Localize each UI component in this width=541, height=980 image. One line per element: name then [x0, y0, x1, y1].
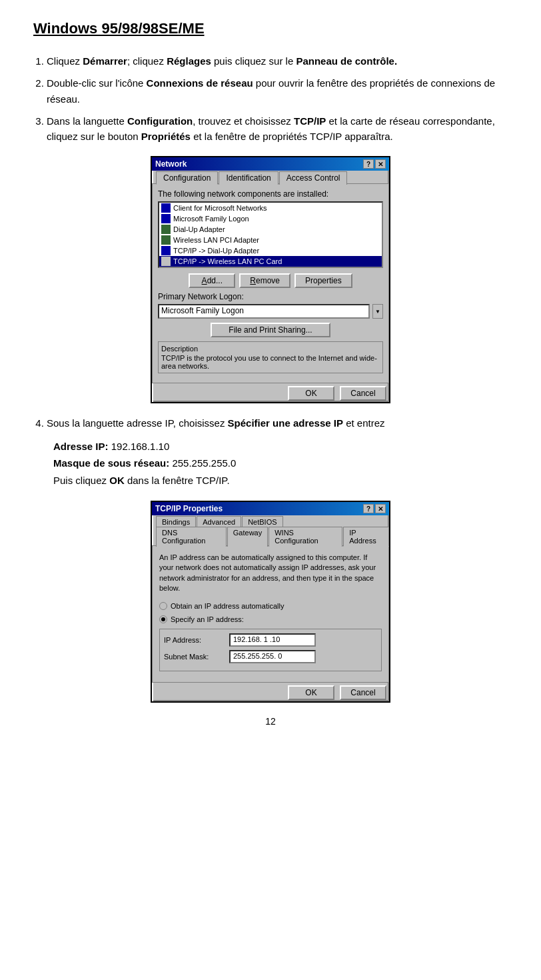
- laptop-icon: [161, 235, 171, 245]
- radio-obtain-auto[interactable]: Obtain an IP address automatically: [159, 602, 382, 610]
- step3-bold3: Propriétés: [141, 131, 191, 142]
- ok-instruction: Puis cliquez OK dans la fenêtre TCP/IP.: [53, 472, 508, 489]
- list-item-label: Client for Microsoft Networks: [173, 204, 267, 212]
- radio-specify-label: Specify an IP address:: [171, 615, 244, 623]
- ok-bold: OK: [109, 475, 125, 486]
- step2-bold1: Connexions de réseau: [147, 77, 253, 89]
- primary-logon-label: Primary Network Logon:: [158, 292, 383, 301]
- properties-button[interactable]: Properties: [294, 273, 352, 288]
- tab-identification[interactable]: Identification: [219, 171, 278, 185]
- tcpip-titlebar-buttons: ? ✕: [363, 504, 386, 513]
- list-item: Client for Microsoft Networks: [159, 203, 382, 213]
- ip-address-value-text: 192.168.1.10: [111, 441, 170, 452]
- step4-text-before: Sous la languette adresse IP, choisissez: [47, 417, 228, 429]
- tcpip-tabs-row2: DNS Configuration Gateway WINS Configura…: [152, 526, 389, 546]
- ip-address-input[interactable]: 192.168. 1 .10: [229, 633, 316, 647]
- step-4: Sous la languette adresse IP, choisissez…: [47, 415, 508, 431]
- list-item: Wireless LAN PCI Adapter: [159, 235, 382, 245]
- description-title: Description: [161, 345, 380, 353]
- network-cancel-button[interactable]: Cancel: [340, 386, 386, 401]
- tcpip-dialog: TCP/IP Properties ? ✕ Bindings Advanced …: [151, 501, 390, 703]
- tcpip-tabs-row1: Bindings Advanced NetBIOS: [152, 515, 389, 527]
- ok-text-after: dans la fenêtre TCP/IP.: [125, 475, 230, 486]
- tab-configuration[interactable]: Configuration: [156, 171, 218, 185]
- tab-access-control[interactable]: Access Control: [279, 171, 348, 185]
- tcpip-ok-button[interactable]: OK: [288, 685, 334, 700]
- description-box: Description TCP/IP is the protocol you u…: [158, 341, 383, 373]
- network-btn-row: Add... Remove Properties: [158, 273, 383, 288]
- list-item-label: Microsoft Family Logon: [173, 215, 249, 223]
- subnet-row: Subnet Mask: 255.255.255. 0: [164, 650, 377, 663]
- network-icon: [161, 214, 171, 223]
- network-components-label: The following network components are ins…: [158, 189, 383, 199]
- page-number: 12: [33, 716, 508, 727]
- tcpip-dialog-screenshot: TCP/IP Properties ? ✕ Bindings Advanced …: [33, 501, 508, 703]
- subnet-field-label: Subnet Mask:: [164, 653, 224, 661]
- radio-specify-icon: [159, 615, 167, 623]
- radio-specify[interactable]: Specify an IP address:: [159, 615, 382, 623]
- step-1: Cliquez Démarrer; cliquez Réglages puis …: [47, 53, 508, 69]
- network-dialog: Network ? ✕ Configuration Identification…: [151, 156, 390, 403]
- subnet-input[interactable]: 255.255.255. 0: [229, 650, 316, 663]
- ok-text-before: Puis cliquez: [53, 475, 109, 486]
- primary-logon-select-row: Microsoft Family Logon ▼: [158, 304, 383, 319]
- tab-gateway[interactable]: Gateway: [227, 527, 268, 547]
- add-button[interactable]: Add...: [189, 273, 235, 288]
- tcpip-tab-content: An IP address can be automatically assig…: [152, 545, 389, 683]
- step1-bold2: Réglages: [167, 55, 211, 67]
- remove-button[interactable]: Remove: [239, 273, 290, 288]
- tab-advanced[interactable]: Advanced: [197, 516, 241, 527]
- select-arrow-icon[interactable]: ▼: [372, 304, 383, 319]
- tcpip-ip-section: IP Address: 192.168. 1 .10 Subnet Mask: …: [159, 629, 382, 671]
- tab-wins-config[interactable]: WINS Configuration: [269, 527, 342, 547]
- ip-address-label: Adresse IP:: [53, 441, 109, 452]
- laptop-icon: [161, 225, 171, 234]
- primary-logon-select[interactable]: Microsoft Family Logon: [158, 304, 370, 319]
- page-title: Windows 95/98/98SE/ME: [33, 20, 508, 37]
- network-ok-cancel: OK Cancel: [152, 383, 389, 402]
- subnet-mask-line: Masque de sous réseau: 255.255.255.0: [53, 455, 508, 472]
- tcpip-info-text: An IP address can be automatically assig…: [159, 553, 382, 594]
- step3-bold1: Configuration: [127, 115, 193, 127]
- network-tabs: Configuration Identification Access Cont…: [152, 171, 389, 184]
- tab-ip-address[interactable]: IP Address: [343, 527, 389, 547]
- step-2: Double-clic sur l'icône Connexions de ré…: [47, 75, 508, 107]
- sharing-btn-row: File and Print Sharing...: [158, 323, 383, 337]
- tcpip-close-btn[interactable]: ✕: [375, 504, 386, 513]
- network-ok-button[interactable]: OK: [288, 386, 334, 401]
- step3-bold2: TCP/IP: [294, 115, 326, 127]
- tcpip-help-btn[interactable]: ?: [363, 504, 374, 513]
- ip-info-block: Adresse IP: 192.168.1.10 Masque de sous …: [53, 438, 508, 489]
- ip-address-line: Adresse IP: 192.168.1.10: [53, 438, 508, 455]
- tcpip-ok-cancel: OK Cancel: [152, 683, 389, 701]
- radio-obtain-label: Obtain an IP address automatically: [171, 602, 284, 610]
- radio-obtain-icon: [159, 602, 167, 610]
- list-item: Microsoft Family Logon: [159, 213, 382, 224]
- step4-bold1: Spécifier une adresse IP: [228, 417, 343, 429]
- network-dialog-screenshot: Network ? ✕ Configuration Identification…: [33, 156, 508, 403]
- ip-address-field-label: IP Address:: [164, 636, 224, 644]
- network-icon: [161, 203, 171, 213]
- list-item-label: TCP/IP -> Wireless LAN PC Card: [173, 257, 282, 265]
- network-icon: [161, 246, 171, 255]
- list-item-label: Dial-Up Adapter: [173, 225, 225, 233]
- network-icon: [161, 257, 171, 266]
- tab-netbios[interactable]: NetBIOS: [242, 516, 282, 527]
- tab-bindings[interactable]: Bindings: [156, 516, 196, 527]
- network-tab-content: The following network components are ins…: [152, 183, 389, 383]
- step4-text-after: et entrez: [343, 417, 385, 429]
- help-btn[interactable]: ?: [363, 159, 374, 169]
- sharing-button[interactable]: File and Print Sharing...: [211, 323, 330, 337]
- tcpip-cancel-button[interactable]: Cancel: [340, 685, 386, 700]
- tab-dns-config[interactable]: DNS Configuration: [156, 527, 227, 547]
- list-item-selected[interactable]: TCP/IP -> Wireless LAN PC Card: [159, 256, 382, 267]
- step1-bold3: Panneau de contrôle.: [296, 55, 397, 67]
- step-3: Dans la languette Configuration, trouvez…: [47, 113, 508, 145]
- tcpip-title: TCP/IP Properties: [155, 504, 223, 513]
- tcpip-titlebar: TCP/IP Properties ? ✕: [152, 502, 389, 515]
- description-text: TCP/IP is the protocol you use to connec…: [161, 354, 380, 370]
- network-components-list[interactable]: Client for Microsoft Networks Microsoft …: [158, 201, 383, 268]
- close-btn[interactable]: ✕: [375, 159, 386, 169]
- list-item: TCP/IP -> Dial-Up Adapter: [159, 245, 382, 256]
- subnet-mask-value-text: 255.255.255.0: [172, 457, 236, 469]
